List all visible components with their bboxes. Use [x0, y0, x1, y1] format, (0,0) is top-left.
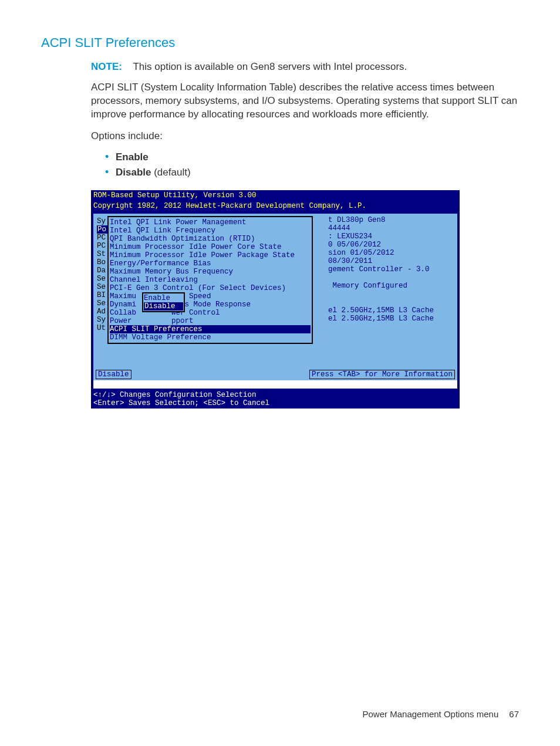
left-label: Sy [97, 316, 107, 324]
bios-left-labels: Sy Po PC PC St Bo Da Se Se BI Se Ad Sy U… [97, 217, 107, 332]
footer-label: Power Management Options menu [363, 709, 499, 719]
info-line [328, 290, 451, 298]
menu-item-selected[interactable]: ACPI SLIT Preferences [110, 325, 311, 333]
bios-footer-line-1: <↑/↓> Changes Configuration Selection [93, 391, 457, 399]
bios-menu-box: Intel QPI Link Power Management Intel QP… [107, 216, 313, 344]
note-label: NOTE: [91, 61, 122, 72]
bios-screenshot: ROM-Based Setup Utility, Version 3.00 Co… [91, 190, 460, 409]
left-label: St [97, 250, 107, 258]
left-label: Se [97, 283, 107, 291]
popup-option-disable-selected[interactable]: Disable [144, 302, 183, 310]
info-line [328, 298, 451, 306]
info-line: 0 05/06/2012 [328, 241, 451, 249]
bios-status-row: Disable Press <TAB> for More Information [93, 369, 457, 380]
menu-item[interactable]: Channel Interleaving [110, 276, 311, 284]
menu-item[interactable]: PCI-E Gen 3 Control (For Select Devices) [110, 284, 311, 292]
info-line: gement Controller - 3.0 [328, 265, 451, 274]
info-line [328, 274, 451, 282]
left-label: Ad [97, 308, 107, 316]
info-line: 08/30/2011 [328, 257, 451, 265]
bios-header-2: Copyright 1982, 2012 Hewlett-Packard Dev… [93, 202, 366, 210]
menu-item[interactable]: Power pport [110, 317, 311, 325]
left-label: Se [97, 299, 107, 308]
bios-header-1: ROM-Based Setup Utility, Version 3.00 [93, 191, 257, 200]
menu-item[interactable]: DIMM Voltage Preference [110, 333, 311, 342]
left-label-selected: Po [97, 225, 107, 234]
option-enable: Enable [105, 151, 519, 163]
bios-main-area: Sy Po PC PC St Bo Da Se Se BI Se Ad Sy U… [93, 214, 457, 369]
menu-item[interactable]: Dynami ings Mode Response [110, 301, 311, 309]
page-footer: Power Management Options menu67 [363, 709, 519, 719]
info-line: : LEXUS234 [328, 232, 451, 241]
bios-blank-row [93, 380, 457, 389]
menu-item[interactable]: Maximu ess Speed [110, 292, 311, 301]
option-disable-label: Disable [116, 167, 151, 178]
footer-page-number: 67 [509, 709, 519, 719]
popup-option-enable[interactable]: Enable [144, 294, 183, 302]
bios-info-column: t DL380p Gen8 44444 : LEXUS234 0 05/06/2… [328, 216, 451, 323]
status-current-value: Disable [96, 370, 131, 379]
options-intro: Options include: [91, 130, 519, 143]
option-disable-suffix: (default) [151, 167, 190, 178]
options-list: Enable Disable (default) [91, 151, 519, 178]
description-paragraph: ACPI SLIT (System Locality Information T… [91, 81, 519, 121]
info-line: Memory Configured [328, 282, 451, 290]
option-disable: Disable (default) [105, 167, 519, 178]
bios-footer-line-2: <Enter> Saves Selection; <ESC> to Cancel [93, 399, 457, 407]
left-label: Sy [97, 217, 107, 225]
left-label: Se [97, 275, 107, 283]
option-enable-label: Enable [116, 151, 149, 163]
section-title: ACPI SLIT Preferences [41, 35, 519, 50]
menu-item[interactable]: Intel QPI Link Power Management [110, 218, 311, 227]
info-line: t DL380p Gen8 [328, 216, 451, 224]
left-label: PC [97, 234, 107, 242]
left-label: Ut [97, 324, 107, 332]
note-text: This option is available on Gen8 servers… [133, 61, 407, 72]
left-label: PC [97, 242, 107, 250]
menu-item[interactable]: Minimum Processor Idle Power Package Sta… [110, 251, 311, 259]
menu-item[interactable]: Maximum Memory Bus Frequency [110, 268, 311, 276]
info-line: 44444 [328, 224, 451, 232]
menu-item[interactable]: Minimum Processor Idle Power Core State [110, 243, 311, 251]
menu-item[interactable]: Intel QPI Link Frequency [110, 227, 311, 235]
note-line: NOTE: This option is available on Gen8 s… [91, 61, 519, 73]
bios-footer: <↑/↓> Changes Configuration Selection <E… [91, 389, 460, 409]
menu-item[interactable]: QPI Bandwidth Optimization (RTID) [110, 235, 311, 243]
left-label: Bo [97, 258, 107, 266]
menu-item[interactable]: Collab wer Control [110, 309, 311, 317]
status-hint: Press <TAB> for More Information [309, 370, 455, 379]
info-line: el 2.50GHz,15MB L3 Cache [328, 306, 451, 315]
info-line: sion 01/05/2012 [328, 249, 451, 257]
left-label: BI [97, 291, 107, 299]
info-line: el 2.50GHz,15MB L3 Cache [328, 315, 451, 323]
menu-item[interactable]: Energy/Performance Bias [110, 259, 311, 268]
bios-popup: Enable Disable [142, 292, 185, 312]
left-label: Da [97, 266, 107, 275]
